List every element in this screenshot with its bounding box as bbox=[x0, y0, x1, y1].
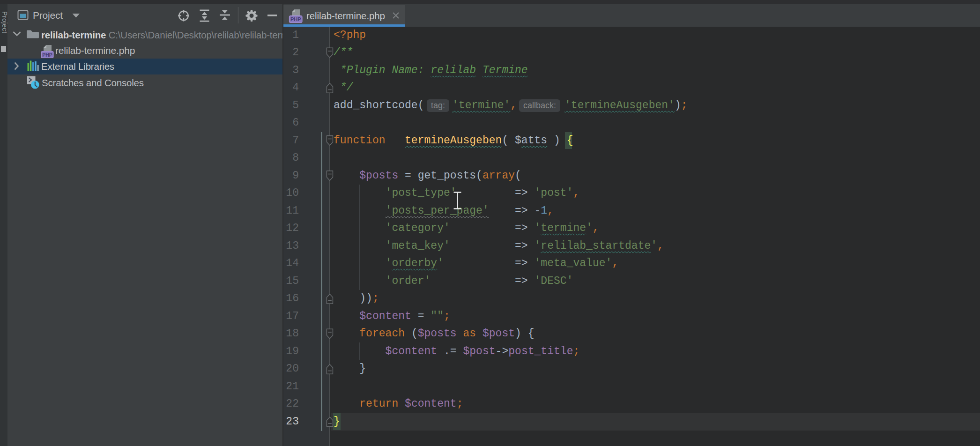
svg-text:PHP: PHP bbox=[42, 52, 52, 58]
svg-text:PHP: PHP bbox=[290, 16, 301, 22]
